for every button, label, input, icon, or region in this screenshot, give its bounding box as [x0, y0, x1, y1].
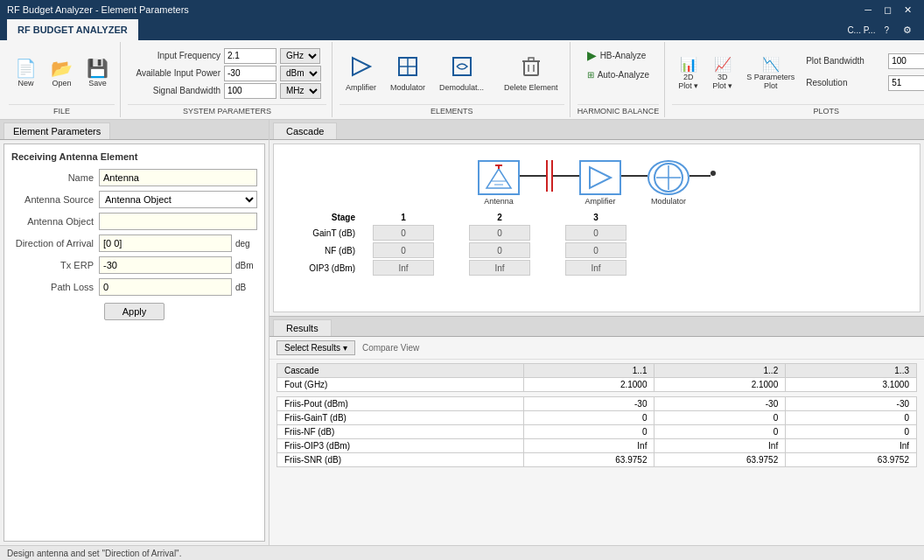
gaint-friis-val-1: 0	[523, 410, 654, 424]
path-loss-input[interactable]	[99, 278, 232, 296]
table-row-nf: Friis-NF (dB) 0 0 0	[277, 424, 917, 438]
stage-1-header: 1	[373, 213, 434, 222]
select-results-button[interactable]: Select Results ▾	[276, 340, 355, 355]
svg-marker-10	[486, 169, 511, 188]
input-frequency-unit[interactable]: GHz	[280, 48, 320, 64]
save-icon: 💾	[87, 60, 108, 77]
oip3-cell-3: Inf	[565, 260, 626, 276]
table-row-oip3: Friis-OIP3 (dBm) Inf Inf Inf	[277, 438, 917, 452]
stage-3-header: 3	[565, 213, 626, 222]
nf-label: NF (dB)	[288, 246, 362, 256]
cascade-tab-bar: Cascade	[270, 120, 924, 140]
pout-val-2: -30	[654, 396, 786, 410]
available-input-power-label: Available Input Power	[133, 68, 220, 78]
apply-button[interactable]: Apply	[104, 303, 165, 320]
nf-friis-val-2: 0	[654, 424, 786, 438]
results-tab[interactable]: Results	[273, 319, 332, 336]
save-button[interactable]: 💾 Save	[80, 47, 115, 100]
gaint-cell-2: 0	[469, 225, 530, 241]
antenna-object-input[interactable]	[99, 213, 257, 230]
ribbon-group-system-params: Input Frequency GHz Available Input Powe…	[122, 42, 332, 117]
element-params-tab[interactable]: Element Parameters	[4, 122, 110, 139]
tx-erp-unit: dBm	[235, 261, 257, 270]
input-frequency-input[interactable]	[224, 48, 276, 64]
cascade-tab[interactable]: Cascade	[273, 122, 337, 139]
auto-analyze-button[interactable]: ⊞ Auto-Analyze	[583, 67, 654, 82]
direction-input[interactable]	[99, 234, 232, 252]
main-content: Element Parameters Receiving Antenna Ele…	[0, 120, 924, 545]
antenna-object-label: Antenna Object	[11, 216, 99, 227]
results-tab-bar: Results	[270, 317, 924, 337]
ribbon-help-button[interactable]: ?	[878, 23, 894, 37]
svg-marker-0	[353, 58, 370, 75]
ribbon-tab-rf-budget[interactable]: RF BUDGET ANALYZER	[7, 19, 138, 40]
delete-icon	[521, 54, 542, 81]
svg-rect-7	[528, 58, 534, 61]
restore-button[interactable]: ◻	[878, 3, 897, 17]
available-input-power-unit[interactable]: dBm	[280, 66, 321, 81]
oip3-cell-1: Inf	[373, 260, 434, 276]
select-results-arrow: ▾	[343, 343, 347, 353]
signal-bandwidth-input[interactable]	[224, 83, 276, 99]
bandwidth-label: Plot Bandwidth	[806, 56, 885, 66]
gaint-cells: 0 0 0	[373, 225, 626, 241]
signal-bandwidth-label: Signal Bandwidth	[133, 86, 220, 95]
hb-analyze-button[interactable]: ▶ HB-Analyze	[583, 46, 654, 65]
amplifier-label: Amplifier	[584, 197, 615, 206]
antenna-source-select[interactable]: Antenna Object	[99, 191, 257, 208]
amplifier-element[interactable]: Amplifier	[579, 160, 621, 206]
oip3-friis-label: Friis-OIP3 (dBm)	[277, 438, 524, 452]
nf-friis-val-3: 0	[786, 424, 917, 438]
cascade-section: Cascade	[270, 120, 924, 316]
hb-analyze-icon: ▶	[587, 48, 597, 62]
nf-cells: 0 0 0	[373, 242, 626, 258]
ribbon-group-elements: Amplifier Modulator	[334, 42, 570, 117]
resolution-input[interactable]	[888, 75, 924, 91]
modulator-element[interactable]: Modulator	[648, 160, 690, 206]
line-3	[621, 175, 648, 177]
3d-plot-button[interactable]: 📈 3DPlot ▾	[706, 47, 738, 100]
modulator-button[interactable]: Modulator	[384, 47, 431, 100]
file-group-label: FILE	[9, 104, 115, 117]
2d-plot-button[interactable]: 📊 2DPlot ▾	[672, 47, 704, 100]
path-loss-label: Path Loss	[11, 282, 99, 292]
results-toolbar: Select Results ▾ Compare View	[270, 337, 924, 360]
open-icon: 📂	[51, 60, 73, 77]
ribbon-settings-button[interactable]: ⚙	[898, 23, 917, 37]
separator-1	[546, 160, 548, 192]
tx-erp-input[interactable]	[99, 256, 232, 274]
status-text: Design antenna and set "Direction of Arr…	[7, 549, 181, 558]
table-row-pout: Friis-Pout (dBm) -30 -30 -30	[277, 396, 917, 410]
snr-friis-val-2: 63.9752	[654, 452, 786, 466]
snr-friis-val-3: 63.9752	[786, 452, 917, 466]
rf-chain-diagram: Antenna	[281, 151, 913, 206]
open-button[interactable]: 📂 Open	[45, 47, 79, 100]
fout-val-2: 2.1000	[654, 377, 786, 391]
col-1-3: 1..3	[786, 363, 917, 377]
name-input[interactable]	[99, 169, 257, 186]
minimize-button[interactable]: ─	[859, 3, 877, 17]
nf-friis-label: Friis-NF (dB)	[277, 424, 524, 438]
gaint-friis-val-2: 0	[654, 410, 786, 424]
available-input-power-input[interactable]	[224, 66, 276, 81]
new-button[interactable]: 📄 New	[9, 47, 43, 100]
bandwidth-input[interactable]	[888, 53, 924, 69]
3d-plot-label: 3DPlot ▾	[712, 73, 732, 90]
2d-plot-icon: 📊	[680, 56, 697, 73]
demodulator-button[interactable]: Demodulat...	[433, 47, 490, 100]
oip3-friis-val-1: Inf	[523, 438, 654, 452]
close-button[interactable]: ✕	[899, 3, 917, 17]
demodulator-icon	[450, 54, 474, 81]
oip3-cell-2: Inf	[469, 260, 530, 276]
path-loss-unit: dB	[235, 283, 257, 292]
stage-header-cells: 1 2 3	[373, 213, 626, 222]
antenna-element[interactable]: Antenna	[478, 160, 520, 206]
compare-view-label: Compare View	[362, 343, 419, 353]
s-parameters-plot-button[interactable]: 📉 S ParametersPlot	[740, 47, 801, 100]
stage-header-row: Stage 1 2 3	[288, 213, 913, 222]
amplifier-button[interactable]: Amplifier	[340, 47, 382, 100]
delete-element-button[interactable]: Delete Element	[498, 47, 564, 100]
2d-plot-label: 2DPlot ▾	[678, 73, 698, 90]
gaint-label: GainT (dB)	[288, 228, 362, 238]
signal-bandwidth-unit[interactable]: MHz	[280, 83, 321, 99]
